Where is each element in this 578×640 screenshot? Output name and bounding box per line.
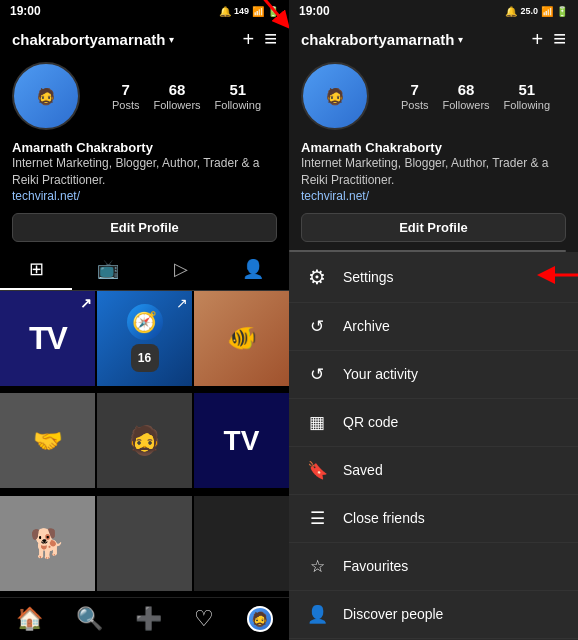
person-icon: 👤 bbox=[242, 258, 264, 280]
followers-count: 68 bbox=[169, 81, 186, 98]
followers-stat[interactable]: 68 Followers bbox=[153, 81, 200, 111]
bio-section-left: Amarnath Chakraborty Internet Marketing,… bbox=[0, 136, 289, 209]
menu-item-close-friends[interactable]: ☰ Close friends bbox=[289, 495, 578, 543]
menu-item-favourites[interactable]: ☆ Favourites bbox=[289, 543, 578, 591]
following-label-right: Following bbox=[504, 99, 550, 111]
grid-cell-8[interactable] bbox=[97, 496, 192, 591]
bio-name-right: Amarnath Chakraborty bbox=[301, 140, 566, 155]
discover-label: Discover people bbox=[343, 606, 443, 622]
profile-header-left: chakrabortyamarnath ▾ + ≡ bbox=[0, 22, 289, 56]
followers-label-right: Followers bbox=[442, 99, 489, 111]
home-nav-icon[interactable]: 🏠 bbox=[16, 606, 43, 632]
posts-label-right: Posts bbox=[401, 99, 429, 111]
menu-button[interactable]: ≡ bbox=[264, 26, 277, 52]
posts-label: Posts bbox=[112, 99, 140, 111]
menu-item-discover[interactable]: 👤 Discover people bbox=[289, 591, 578, 639]
add-post-button[interactable]: + bbox=[242, 28, 254, 51]
profile-info-right: 🧔 7 Posts 68 Followers 51 Following bbox=[289, 56, 578, 136]
menu-item-qrcode[interactable]: ▦ QR code bbox=[289, 399, 578, 447]
tab-grid[interactable]: ⊞ bbox=[0, 250, 72, 290]
menu-item-archive[interactable]: ↺ Archive bbox=[289, 303, 578, 351]
grid-cell-6[interactable]: TV bbox=[194, 393, 289, 488]
play-icon: ▷ bbox=[174, 258, 188, 280]
bottom-nav: 🏠 🔍 ➕ ♡ 🧔 bbox=[0, 597, 289, 640]
posts-count-right: 7 bbox=[411, 81, 419, 98]
following-stat-right[interactable]: 51 Following bbox=[504, 81, 550, 111]
qrcode-icon: ▦ bbox=[305, 412, 329, 433]
grid-cell-4[interactable]: 🤝 bbox=[0, 393, 95, 488]
bio-text-left: Internet Marketing, Blogger, Author, Tra… bbox=[12, 155, 277, 189]
edit-profile-button-right[interactable]: Edit Profile bbox=[301, 213, 566, 242]
archive-label: Archive bbox=[343, 318, 390, 334]
username-left: chakrabortyamarnath bbox=[12, 31, 165, 48]
grid-cell-9[interactable] bbox=[194, 496, 289, 591]
following-label: Following bbox=[215, 99, 261, 111]
followers-stat-right[interactable]: 68 Followers bbox=[442, 81, 489, 111]
grid-icon: ⊞ bbox=[29, 258, 44, 280]
tab-play[interactable]: ▷ bbox=[145, 250, 217, 290]
profile-header-right: chakrabortyamarnath ▾ + ≡ bbox=[289, 22, 578, 56]
settings-label: Settings bbox=[343, 269, 394, 285]
menu-item-saved[interactable]: 🔖 Saved bbox=[289, 447, 578, 495]
add-post-button-right[interactable]: + bbox=[531, 28, 543, 51]
discover-icon: 👤 bbox=[305, 604, 329, 625]
time-left: 19:00 bbox=[10, 4, 41, 18]
grid-cell-7[interactable]: 🐕 bbox=[0, 496, 95, 591]
bio-link-left[interactable]: techviral.net/ bbox=[12, 189, 277, 203]
username-row-right: chakrabortyamarnath ▾ bbox=[301, 31, 463, 48]
status-icons-right: 🔔 25.0 📶 🔋 bbox=[505, 6, 568, 17]
username-row-left: chakrabortyamarnath ▾ bbox=[12, 31, 174, 48]
grid-cell-2[interactable]: 🧭 16 ↗ bbox=[97, 291, 192, 386]
search-nav-icon[interactable]: 🔍 bbox=[76, 606, 103, 632]
avatar-right: 🧔 bbox=[301, 62, 369, 130]
chevron-down-icon-right[interactable]: ▾ bbox=[458, 34, 463, 45]
time-right: 19:00 bbox=[299, 4, 330, 18]
close-friends-icon: ☰ bbox=[305, 508, 329, 529]
stats-row-left: 7 Posts 68 Followers 51 Following bbox=[96, 81, 277, 111]
settings-red-arrow bbox=[536, 260, 578, 294]
edit-profile-button[interactable]: Edit Profile bbox=[12, 213, 277, 242]
username-right: chakrabortyamarnath bbox=[301, 31, 454, 48]
menu-item-activity[interactable]: ↺ Your activity bbox=[289, 351, 578, 399]
following-stat[interactable]: 51 Following bbox=[215, 81, 261, 111]
avatar-left: 🧔 bbox=[12, 62, 80, 130]
photo-grid: TV ↗ 🧭 16 ↗ 🐠 🤝 🧔 TV 🐕 bbox=[0, 291, 289, 597]
dropdown-menu: ⚙ Settings ↺ Archive ↺ Your activity bbox=[289, 252, 578, 640]
profile-nav-avatar[interactable]: 🧔 bbox=[247, 606, 273, 632]
followers-count-right: 68 bbox=[458, 81, 475, 98]
activity-label: Your activity bbox=[343, 366, 418, 382]
bio-link-right[interactable]: techviral.net/ bbox=[301, 189, 566, 203]
posts-stat-right: 7 Posts bbox=[401, 81, 429, 111]
left-panel: 19:00 🔔 149 📶 🔋 chakrabortyamarnath ▾ + … bbox=[0, 0, 289, 640]
chevron-down-icon[interactable]: ▾ bbox=[169, 34, 174, 45]
grid-cell-5[interactable]: 🧔 bbox=[97, 393, 192, 488]
tabs-row-left: ⊞ 📺 ▷ 👤 bbox=[0, 250, 289, 291]
heart-nav-icon[interactable]: ♡ bbox=[194, 606, 214, 632]
followers-label: Followers bbox=[153, 99, 200, 111]
favourites-icon: ☆ bbox=[305, 556, 329, 577]
right-panel: 19:00 🔔 25.0 📶 🔋 chakrabortyamarnath ▾ +… bbox=[289, 0, 578, 640]
settings-icon: ⚙ bbox=[305, 265, 329, 289]
close-friends-label: Close friends bbox=[343, 510, 425, 526]
bio-section-right: Amarnath Chakraborty Internet Marketing,… bbox=[289, 136, 578, 209]
stats-row-right: 7 Posts 68 Followers 51 Following bbox=[385, 81, 566, 111]
activity-icon: ↺ bbox=[305, 364, 329, 385]
bookmark-icon-2: ↗ bbox=[176, 295, 188, 311]
add-nav-icon[interactable]: ➕ bbox=[135, 606, 162, 632]
tab-video[interactable]: 📺 bbox=[72, 250, 144, 290]
header-icons-left: + ≡ bbox=[242, 26, 277, 52]
status-bar-left: 19:00 🔔 149 📶 🔋 bbox=[0, 0, 289, 22]
posts-stat: 7 Posts bbox=[112, 81, 140, 111]
profile-info-left: 🧔 7 Posts 68 Followers 51 Following bbox=[0, 56, 289, 136]
status-icons-left: 🔔 149 📶 🔋 bbox=[219, 6, 279, 17]
grid-cell-3[interactable]: 🐠 bbox=[194, 291, 289, 386]
grid-cell-1[interactable]: TV ↗ bbox=[0, 291, 95, 386]
bio-text-right: Internet Marketing, Blogger, Author, Tra… bbox=[301, 155, 566, 189]
menu-icon-container: ≡ bbox=[264, 26, 277, 52]
tab-person[interactable]: 👤 bbox=[217, 250, 289, 290]
menu-button-right[interactable]: ≡ bbox=[553, 26, 566, 52]
bookmark-icon-1: ↗ bbox=[80, 295, 91, 311]
menu-item-settings[interactable]: ⚙ Settings bbox=[289, 252, 578, 303]
favourites-label: Favourites bbox=[343, 558, 408, 574]
saved-icon: 🔖 bbox=[305, 460, 329, 481]
